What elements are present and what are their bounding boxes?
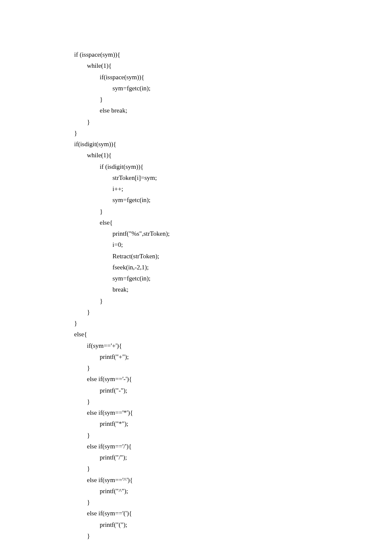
code-line: } [74,127,392,139]
code-line: } [74,295,392,306]
code-line: Retract(strToken); [74,251,392,262]
code-line: i++; [74,183,392,194]
code-line: } [74,94,392,105]
code-line: } [74,206,392,217]
code-line: fseek(in,-2,1); [74,262,392,273]
code-line: else{ [74,217,392,228]
code-line: } [74,530,392,541]
code-line: printf("/"); [74,452,392,463]
code-line: printf("%s",strToken); [74,228,392,239]
code-line: printf("-"); [74,385,392,396]
code-line: if (isdigit(sym)){ [74,161,392,172]
code-line: while(1){ [74,60,392,71]
code-line: else{ [74,329,392,340]
code-line: sym=fgetc(in); [74,194,392,205]
code-block: if (isspace(sym)){ while(1){ if(isspace(… [74,49,392,541]
code-line: } [74,362,392,373]
code-line: else if(sym=='*'){ [74,407,392,418]
code-line: } [74,318,392,329]
code-line: while(1){ [74,150,392,161]
code-line: if(isdigit(sym)){ [74,139,392,150]
code-line: } [74,430,392,441]
code-line: strToken[i]=sym; [74,172,392,183]
code-line: printf("^"); [74,486,392,497]
code-line: break; [74,284,392,295]
code-line: else if(sym=='('){ [74,508,392,519]
code-line: if(isspace(sym)){ [74,72,392,83]
code-line: i=0; [74,239,392,250]
code-line: sym=fgetc(in); [74,273,392,284]
code-line: } [74,396,392,407]
code-line: else if(sym=='^'){ [74,474,392,486]
code-line: sym=fgetc(in); [74,83,392,94]
code-line: } [74,306,392,318]
code-line: } [74,497,392,508]
code-line: else break; [74,105,392,116]
code-line: if (isspace(sym)){ [74,49,392,60]
code-line: printf("*"); [74,418,392,429]
code-line: } [74,116,392,127]
code-line: else if(sym=='-'){ [74,373,392,384]
code-line: printf("+"); [74,351,392,362]
code-line: printf("("); [74,519,392,530]
document-page: if (isspace(sym)){ while(1){ if(isspace(… [0,0,392,555]
code-line: if(sym=='+'){ [74,340,392,351]
code-line: } [74,463,392,474]
code-line: else if(sym=='/'){ [74,441,392,452]
